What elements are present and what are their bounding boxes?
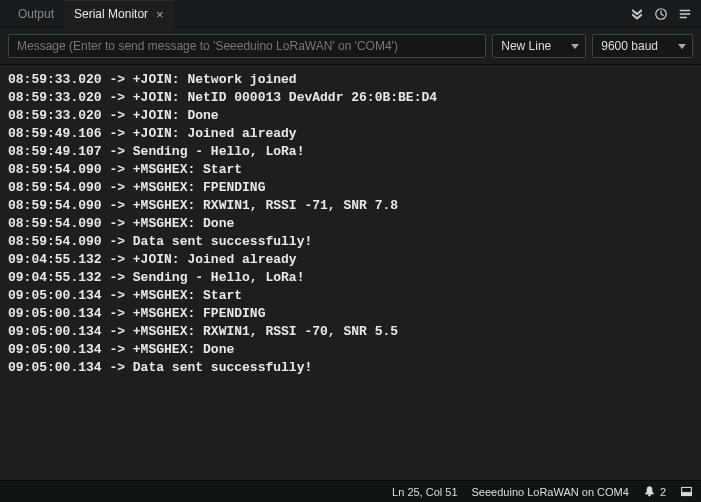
chevron-double-down-icon (630, 7, 644, 21)
bell-icon (643, 485, 656, 498)
baud-rate-value: 9600 baud (601, 39, 658, 53)
clock-icon (654, 7, 668, 21)
baud-rate-select[interactable]: 9600 baud (592, 34, 693, 58)
status-close-panel[interactable] (680, 485, 693, 498)
line-ending-select[interactable]: New Line (492, 34, 586, 58)
panel-tabbar: Output Serial Monitor × (0, 0, 701, 28)
tab-serial-monitor[interactable]: Serial Monitor × (64, 0, 174, 28)
tab-output-label: Output (18, 7, 54, 21)
chevron-down-icon (678, 44, 686, 49)
svg-rect-2 (682, 492, 692, 495)
close-icon[interactable]: × (156, 7, 164, 22)
message-input[interactable] (8, 34, 486, 58)
panel-icon (680, 485, 693, 498)
serial-controls: New Line 9600 baud (0, 28, 701, 65)
status-board-text: Seeeduino LoRaWAN on COM4 (472, 486, 629, 498)
toggle-autoscroll-button[interactable] (625, 2, 649, 26)
statusbar: Ln 25, Col 51 Seeeduino LoRaWAN on COM4 … (0, 480, 701, 502)
status-cursor-text: Ln 25, Col 51 (392, 486, 457, 498)
notifications-count: 2 (660, 486, 666, 498)
clear-output-button[interactable] (673, 2, 697, 26)
line-ending-value: New Line (501, 39, 551, 53)
status-notifications[interactable]: 2 (643, 485, 666, 498)
chevron-down-icon (571, 44, 579, 49)
tab-serial-monitor-label: Serial Monitor (74, 7, 148, 21)
toggle-timestamp-button[interactable] (649, 2, 673, 26)
status-board[interactable]: Seeeduino LoRaWAN on COM4 (472, 486, 629, 498)
status-cursor[interactable]: Ln 25, Col 51 (392, 486, 457, 498)
clear-icon (678, 7, 692, 21)
serial-log[interactable]: 08:59:33.020 -> +JOIN: Network joined 08… (0, 65, 701, 480)
tab-output[interactable]: Output (8, 0, 64, 28)
